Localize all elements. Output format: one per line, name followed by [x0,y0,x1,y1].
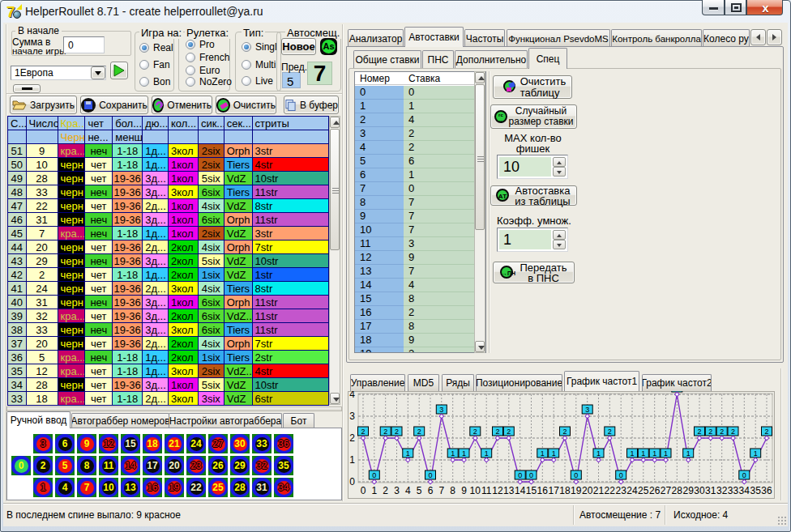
svg-text:5: 5 [417,485,422,496]
svg-text:32: 32 [716,485,728,496]
svg-text:20: 20 [582,485,593,496]
svg-text:1: 1 [754,449,758,458]
svg-text:2: 2 [507,428,511,436]
svg-text:12: 12 [492,485,503,496]
svg-text:28: 28 [672,485,683,496]
svg-text:1: 1 [406,449,410,458]
svg-text:19: 19 [571,485,582,496]
svg-text:2: 2 [361,428,365,436]
svg-text:27: 27 [661,485,672,496]
svg-text:17: 17 [549,485,560,496]
svg-text:0: 0 [742,471,746,479]
svg-text:1: 1 [664,449,668,458]
svg-text:4: 4 [405,485,411,496]
svg-text:2: 2 [708,428,712,436]
svg-text:2: 2 [697,428,701,436]
svg-text:1: 1 [552,449,556,458]
svg-text:13: 13 [503,485,515,496]
svg-text:1: 1 [349,454,355,466]
svg-text:3: 3 [439,406,443,414]
svg-text:1: 1 [686,449,691,458]
svg-text:2: 2 [495,428,499,436]
svg-text:0: 0 [518,471,522,479]
svg-text:0: 0 [372,471,376,479]
svg-text:6: 6 [428,485,434,496]
svg-text:26: 26 [649,485,661,496]
svg-text:10: 10 [470,485,481,496]
svg-text:30: 30 [694,485,705,496]
svg-text:22: 22 [605,485,616,496]
svg-text:34: 34 [739,485,750,496]
svg-text:2: 2 [395,428,399,436]
svg-text:31: 31 [705,485,716,496]
svg-text:0: 0 [574,471,578,479]
svg-text:1: 1 [652,449,656,458]
svg-text:0: 0 [428,471,432,479]
svg-text:7: 7 [438,485,444,496]
svg-text:3: 3 [394,485,400,496]
svg-text:2: 2 [383,428,387,436]
svg-text:33: 33 [728,485,739,496]
svg-text:29: 29 [683,485,695,496]
svg-text:2: 2 [562,428,567,436]
svg-text:2: 2 [608,428,612,436]
svg-text:2: 2 [383,485,388,496]
svg-text:1: 1 [641,449,645,458]
svg-text:2: 2 [764,428,768,436]
svg-text:0: 0 [529,471,533,479]
svg-text:18: 18 [559,485,571,496]
svg-text:8: 8 [450,485,455,496]
svg-text:1: 1 [630,449,634,458]
svg-text:35: 35 [750,485,762,496]
svg-text:2: 2 [349,432,355,444]
svg-text:1: 1 [371,485,377,496]
svg-text:1: 1 [462,449,466,458]
svg-text:0: 0 [349,476,355,487]
svg-text:2: 2 [417,428,421,436]
svg-text:23: 23 [616,485,627,496]
svg-text:0: 0 [361,485,366,496]
svg-text:25: 25 [638,485,649,496]
svg-text:24: 24 [626,485,638,496]
svg-text:2: 2 [720,428,724,436]
svg-text:9: 9 [461,485,467,496]
svg-text:1: 1 [596,449,601,458]
svg-text:3: 3 [585,406,589,414]
svg-text:0: 0 [619,471,623,479]
svg-text:1: 1 [485,449,489,458]
svg-text:1: 1 [541,449,545,458]
svg-text:2: 2 [731,428,735,436]
svg-text:15: 15 [526,485,537,496]
svg-text:16: 16 [537,485,549,496]
svg-text:14: 14 [515,485,526,496]
svg-text:4: 4 [349,391,355,400]
svg-text:21: 21 [593,485,605,496]
svg-text:11: 11 [481,485,492,496]
svg-text:1: 1 [451,449,455,458]
svg-text:36: 36 [761,485,772,496]
svg-text:4: 4 [675,391,679,392]
svg-text:2: 2 [473,428,477,436]
svg-text:3: 3 [349,411,355,422]
